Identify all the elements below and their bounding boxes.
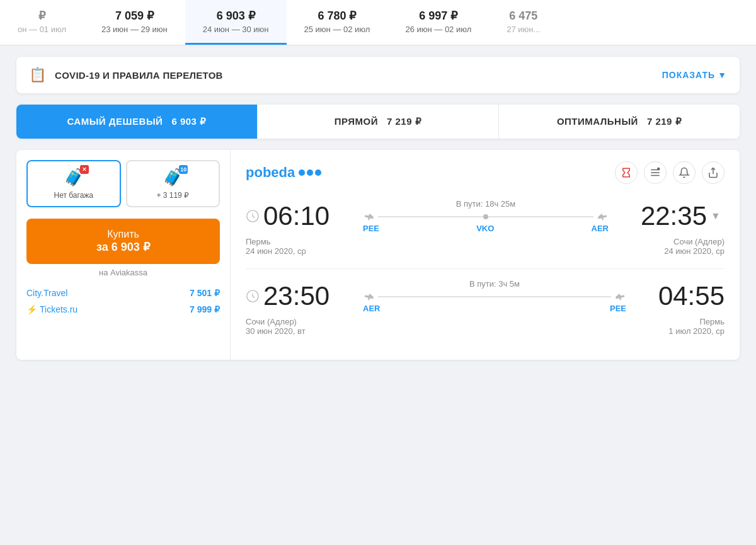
outbound-flight: 06:10 В пути: 18ч 25м	[246, 199, 724, 256]
chevron-down-icon: ▼	[718, 70, 727, 80]
flight-card: 🧳 ✕ Нет багажа 🧳 10 + 3 119 ₽ Купить за …	[16, 150, 740, 360]
baggage-no-icon-wrap: 🧳 ✕	[64, 168, 84, 187]
tab-direct[interactable]: ПРЯМОЙ 7 219 ₽	[258, 105, 499, 139]
outbound-time-value: 06:10	[263, 201, 329, 231]
city-travel-price: 7 501 ₽	[190, 288, 220, 298]
share-icon	[707, 167, 719, 178]
covid-banner-left: 📋 COVID-19 И ПРАВИЛА ПЕРЕЛЕТОВ	[29, 67, 223, 83]
date-price-0: ₽	[38, 9, 45, 23]
date-dates-2: 24 июн — 30 июн	[203, 25, 269, 34]
outbound-to-code: AER	[592, 224, 609, 233]
svg-point-3	[657, 168, 660, 171]
return-dest-city: Пермь	[699, 317, 724, 326]
depart-icon	[246, 209, 260, 223]
tickets-ru-link[interactable]: ⚡ Tickets.ru	[26, 304, 77, 314]
date-dates-0: он — 01 июл	[18, 25, 66, 34]
return-flight: 23:50 В пути: 3ч 5м	[246, 279, 724, 336]
return-origin: Сочи (Адлер) 30 июн 2020, вт	[246, 317, 306, 336]
dot-1	[299, 169, 305, 176]
hourglass-button[interactable]	[615, 161, 638, 184]
outbound-mid-code: VKO	[476, 224, 494, 233]
tab-optimal-label: ОПТИМАЛЬНЫЙ	[557, 116, 638, 127]
covid-title: COVID-19 И ПРАВИЛА ПЕРЕЛЕТОВ	[55, 70, 223, 81]
bell-button[interactable]	[673, 161, 696, 184]
date-item-0[interactable]: ₽ он — 01 июл	[0, 0, 84, 45]
outbound-info-row: Пермь 24 июн 2020, ср Сочи (Адлер) 24 ию…	[246, 237, 724, 256]
no-baggage-label: Нет багажа	[54, 191, 93, 200]
bell-icon	[679, 167, 690, 178]
airline-name: pobeda	[246, 164, 295, 181]
buy-button-line2: за 6 903 ₽	[37, 240, 210, 254]
filter-tabs: САМЫЙ ДЕШЕВЫЙ 6 903 ₽ ПРЯМОЙ 7 219 ₽ ОПТ…	[16, 105, 740, 139]
date-price-2: 6 903 ₽	[217, 9, 255, 23]
date-price-5: 6 475	[509, 9, 537, 23]
outbound-dest: Сочи (Адлер) 24 июн 2020, ср	[664, 237, 724, 256]
airline-actions	[615, 161, 724, 184]
date-dates-4: 26 июн — 02 июл	[405, 25, 471, 34]
main-content: 📋 COVID-19 И ПРАВИЛА ПЕРЕЛЕТОВ ПОКАЗАТЬ …	[6, 45, 750, 371]
list-icon	[650, 167, 661, 178]
date-dates-5: 27 июн...	[507, 25, 540, 34]
date-item-4[interactable]: 6 997 ₽ 26 июн — 02 июл	[387, 0, 489, 45]
city-travel-link[interactable]: City.Travel	[26, 288, 67, 298]
tab-cheapest-label: САМЫЙ ДЕШЕВЫЙ	[67, 116, 163, 127]
date-item-2[interactable]: 6 903 ₽ 24 июн — 30 июн	[185, 0, 287, 45]
outbound-origin: Пермь 24 июн 2020, ср	[246, 237, 306, 256]
date-price-1: 7 059 ₽	[115, 9, 154, 23]
return-airport-codes: AER PEE	[363, 304, 626, 313]
covid-show-button[interactable]: ПОКАЗАТЬ ▼	[662, 70, 727, 80]
return-dest: Пермь 1 июл 2020, ср	[668, 317, 724, 336]
tab-optimal-price: 7 219 ₽	[647, 116, 682, 127]
baggage-with-icon-wrap: 🧳 10	[163, 168, 183, 187]
dot-2	[307, 169, 313, 176]
tickets-ru-name: Tickets.ru	[40, 304, 77, 314]
return-plane-arrive-icon	[614, 292, 626, 301]
return-time-value: 23:50	[263, 281, 329, 311]
baggage-with-luggage[interactable]: 🧳 10 + 3 119 ₽	[126, 160, 220, 207]
outbound-expand-button[interactable]: ▼	[707, 207, 724, 225]
buy-button-line1: Купить	[37, 229, 210, 240]
date-item-3[interactable]: 6 780 ₽ 25 июн — 02 июл	[287, 0, 388, 45]
return-origin-date: 30 июн 2020, вт	[246, 326, 306, 336]
outbound-middle: В пути: 18ч 25м	[353, 199, 619, 233]
flight-sidebar: 🧳 ✕ Нет багажа 🧳 10 + 3 119 ₽ Купить за …	[16, 150, 231, 360]
document-icon: 📋	[29, 67, 46, 83]
date-item-5[interactable]: 6 475 27 июн...	[489, 0, 558, 45]
return-arrive-value: 04:55	[658, 281, 724, 311]
outbound-origin-city: Пермь	[246, 237, 271, 246]
tab-cheapest[interactable]: САМЫЙ ДЕШЕВЫЙ 6 903 ₽	[16, 105, 258, 139]
return-plane-depart-icon	[363, 292, 375, 301]
return-depart-time: 23:50	[246, 281, 353, 311]
return-depart-icon	[246, 289, 260, 303]
tickets-ru-price: 7 999 ₽	[190, 304, 220, 314]
outbound-arrive-time: 22:35	[619, 201, 707, 231]
covid-banner: 📋 COVID-19 И ПРАВИЛА ПЕРЕЛЕТОВ ПОКАЗАТЬ …	[16, 57, 740, 93]
tab-optimal[interactable]: ОПТИМАЛЬНЫЙ 7 219 ₽	[499, 105, 740, 139]
baggage-num-badge: 10	[179, 165, 188, 174]
buy-button[interactable]: Купить за 6 903 ₽	[26, 219, 220, 264]
lightning-icon: ⚡	[26, 304, 37, 314]
airline-dots	[299, 169, 321, 176]
with-baggage-label: + 3 119 ₽	[156, 191, 189, 200]
plane-depart-icon	[363, 212, 375, 221]
alt-price-tickets-ru: ⚡ Tickets.ru 7 999 ₽	[26, 301, 220, 318]
outbound-duration: В пути: 18ч 25м	[456, 199, 516, 209]
date-bar: ₽ он — 01 июл 7 059 ₽ 23 июн — 29 июн 6 …	[0, 0, 756, 45]
return-arrive-time: 04:55	[636, 281, 724, 311]
tab-direct-price: 7 219 ₽	[387, 116, 421, 127]
aviakassa-label: на Aviakassa	[26, 268, 220, 277]
baggage-no-luggage[interactable]: 🧳 ✕ Нет багажа	[26, 160, 121, 207]
return-duration: В пути: 3ч 5м	[469, 279, 520, 289]
tab-cheapest-price: 6 903 ₽	[171, 116, 206, 127]
outbound-flight-row: 06:10 В пути: 18ч 25м	[246, 199, 724, 233]
date-dates-3: 25 июн — 02 июл	[304, 25, 370, 34]
airline-logo: pobeda	[246, 164, 321, 181]
covid-show-label: ПОКАЗАТЬ	[662, 70, 715, 80]
hourglass-icon	[621, 167, 632, 178]
date-item-1[interactable]: 7 059 ₽ 23 июн — 29 июн	[84, 0, 185, 45]
outbound-depart-time: 06:10	[246, 201, 353, 231]
share-button[interactable]	[702, 161, 724, 184]
list-button[interactable]	[644, 161, 667, 184]
outbound-dest-date: 24 июн 2020, ср	[664, 246, 724, 256]
outbound-airport-codes: PEE VKO AER	[363, 224, 609, 233]
